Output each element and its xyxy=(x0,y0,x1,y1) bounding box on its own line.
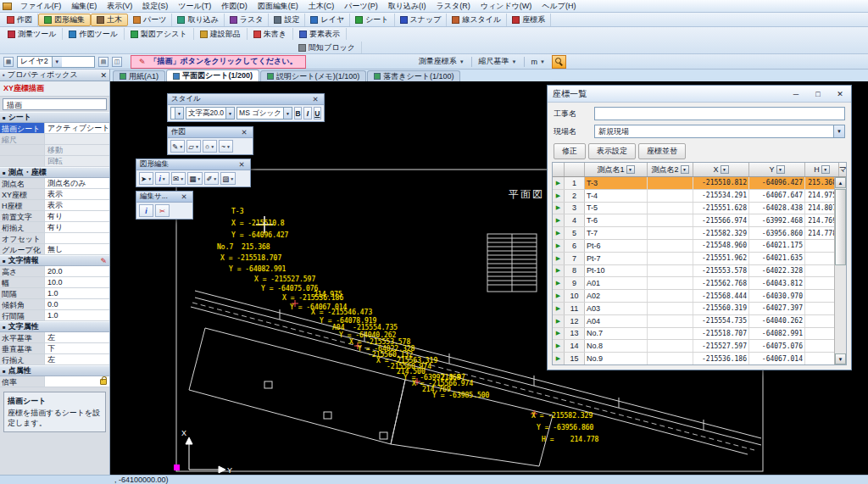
property-value[interactable]: 無し xyxy=(44,244,109,254)
property-value[interactable]: 有り xyxy=(44,222,109,232)
layer-list-icon[interactable]: ▤ xyxy=(98,57,108,67)
sheet-tab-0[interactable]: 用紙(A1) xyxy=(113,70,165,81)
menu-item-11[interactable]: ウィンドウ(W) xyxy=(476,1,537,11)
property-value[interactable]: 下 xyxy=(44,343,109,353)
project-name-input[interactable] xyxy=(594,107,845,120)
coord-row-T-6[interactable]: ▶4T-6-215566.974-63992.468214.769 xyxy=(553,214,846,227)
coord-row-T-4[interactable]: ▶2T-4-215534.291-64067.647214.975 xyxy=(553,190,846,203)
sheet-tab-1[interactable]: 平面図シート(1/200) xyxy=(166,70,259,81)
close-icon[interactable]: ✕ xyxy=(236,160,247,169)
shape-edit-toolbar-titlebar[interactable]: 図形編集 ✕ xyxy=(136,159,250,170)
property-value[interactable]: 1.0 xyxy=(44,288,109,298)
property-value[interactable]: 測点名のみ xyxy=(44,178,109,188)
property-value[interactable]: 10.0 xyxy=(44,277,109,287)
ribbon-tab-5[interactable]: ラスタ xyxy=(225,14,270,26)
section-header-2[interactable]: ■文字情報✎ xyxy=(0,255,109,266)
spline-icon[interactable]: ~▼ xyxy=(219,140,233,153)
section-header-0[interactable]: ■シート xyxy=(0,112,109,123)
vertical-scrollbar[interactable]: ▲ ▼ xyxy=(834,177,846,364)
pencil-icon[interactable]: ✎ xyxy=(100,257,107,265)
coord-toolbar-button-1[interactable]: 表示設定 xyxy=(588,143,636,159)
text-height-combo[interactable]: 文字高20.0 ▼ xyxy=(186,107,235,120)
coord-row-A01[interactable]: ▶9A01-215562.768-64043.812 xyxy=(553,277,846,290)
draw-toolbar-titlebar[interactable]: 作図 ✕ xyxy=(168,127,253,138)
property-value[interactable]: アクティブシート xyxy=(44,123,109,133)
ribbon-tab-10[interactable]: 線スタイル xyxy=(447,14,507,26)
italic-button[interactable]: I xyxy=(303,107,311,120)
ribbon-tab-9[interactable]: スナップ xyxy=(395,14,448,26)
property-value[interactable]: 表示 xyxy=(44,189,109,199)
menu-item-5[interactable]: 作図(D) xyxy=(216,1,253,11)
tool-button-line1-5[interactable]: 要素表示 xyxy=(293,28,347,40)
section-header-3[interactable]: ■文字属性 xyxy=(0,321,109,332)
layers-icon[interactable]: ▦ xyxy=(3,57,14,67)
property-value[interactable] xyxy=(44,233,109,243)
sheet-tab-3[interactable]: 落書きシート(1/100) xyxy=(367,70,460,81)
scale-ref-combo[interactable]: 縮尺基準 ▼ xyxy=(474,56,522,68)
tool-button-line1-3[interactable]: 建設部品 xyxy=(194,28,248,40)
ribbon-tab-6[interactable]: 設定 xyxy=(269,14,305,26)
menu-item-6[interactable]: 図面編集(E) xyxy=(253,1,303,11)
close-icon[interactable]: ✕ xyxy=(179,192,189,201)
column-header-0[interactable]: 測点名1▼ xyxy=(585,163,648,176)
minimize-button[interactable]: ─ xyxy=(785,86,807,102)
command-mode-field[interactable]: 描画 xyxy=(3,98,107,110)
filter-dropdown-icon[interactable]: ▼ xyxy=(681,165,689,174)
close-icon[interactable]: ✕ xyxy=(239,128,249,136)
property-value[interactable]: 移動 xyxy=(44,145,109,155)
filter-dropdown-icon[interactable]: ▼ xyxy=(821,165,830,174)
coord-row-T-3[interactable]: ▶1T-3-215510.812-64096.427215.368 xyxy=(553,177,846,190)
menu-item-12[interactable]: ヘルプ(H) xyxy=(537,1,581,11)
property-value[interactable]: 0.0 xyxy=(44,299,109,309)
menu-item-7[interactable]: 土木(C) xyxy=(303,1,340,11)
tool-button-line1-1[interactable]: 作図ツール xyxy=(63,28,124,40)
pliers-icon[interactable]: ✂ xyxy=(155,204,170,217)
close-button[interactable]: ✕ xyxy=(829,86,851,102)
column-header-2[interactable]: X▼ xyxy=(693,163,749,176)
column-header-4[interactable]: H▼ xyxy=(805,163,839,176)
unit-combo[interactable]: m ▼ xyxy=(526,56,550,68)
ribbon-tab-11[interactable]: 座標系 xyxy=(507,14,551,26)
layer-settings-icon[interactable]: ◫ xyxy=(112,57,122,67)
menu-item-9[interactable]: 取り込み(I) xyxy=(383,1,431,11)
coord-system-combo[interactable]: 測量座標系 ▼ xyxy=(414,56,470,68)
property-value[interactable]: 左 xyxy=(44,354,109,364)
column-header-5[interactable]: マ▼ xyxy=(839,163,847,176)
edit-sub-toolbar-titlebar[interactable]: 編集サ... ✕ xyxy=(136,192,192,203)
coord-row-A04[interactable]: ▶12A04-215554.735-64040.262 xyxy=(553,315,846,328)
site-name-select[interactable]: 新規現場 ▼ xyxy=(594,125,845,138)
close-icon[interactable]: ✕ xyxy=(100,71,107,80)
coord-row-T-7[interactable]: ▶5T-7-215582.329-63956.860214.778 xyxy=(553,227,846,240)
ribbon-tab-2[interactable]: 土木 xyxy=(91,14,128,26)
scrollbar-thumb[interactable] xyxy=(835,189,846,265)
menu-item-2[interactable]: 表示(V) xyxy=(102,1,137,11)
coord-row-A03[interactable]: ▶11A03-215560.319-64027.397 xyxy=(553,303,846,315)
property-value[interactable]: 回転 xyxy=(44,156,109,166)
edit-icon[interactable]: ✐▼ xyxy=(204,172,219,185)
coord-toolbar-button-0[interactable]: 修正 xyxy=(554,143,586,159)
array-icon[interactable]: ▦▼ xyxy=(187,172,203,185)
coord-toolbar-button-2[interactable]: 座標並替 xyxy=(638,143,686,159)
close-icon[interactable]: ✕ xyxy=(310,95,320,103)
underline-button[interactable]: U xyxy=(314,107,321,120)
coord-row-Pt-7[interactable]: ▶7Pt-7-215551.962-64021.635 xyxy=(553,253,846,265)
menu-item-0[interactable]: ファイル(F) xyxy=(15,1,66,11)
ribbon-tab-8[interactable]: シート xyxy=(350,14,394,26)
filter-dropdown-icon[interactable]: ▼ xyxy=(776,165,785,174)
scroll-up-icon[interactable]: ▲ xyxy=(835,177,846,188)
filter-dropdown-icon[interactable]: ▼ xyxy=(626,165,635,174)
section-header-4[interactable]: ■点属性 xyxy=(0,365,109,376)
menu-item-10[interactable]: ラスタ(R) xyxy=(431,1,476,11)
bold-button[interactable]: B xyxy=(294,107,302,120)
column-header-3[interactable]: Y▼ xyxy=(749,163,805,176)
ribbon-tab-0[interactable]: 作図 xyxy=(2,14,38,26)
info-icon[interactable]: i▼ xyxy=(155,172,170,185)
column-header-1[interactable]: 測点名2▼ xyxy=(648,163,693,176)
tool-button-line1-2[interactable]: 製図アシスト xyxy=(125,28,194,40)
property-value[interactable] xyxy=(44,376,109,387)
ribbon-tab-4[interactable]: 取り込み xyxy=(172,14,224,26)
property-value[interactable]: 表示 xyxy=(44,200,109,210)
circle-icon[interactable]: ○▼ xyxy=(203,140,217,153)
ribbon-tab-7[interactable]: レイヤ xyxy=(305,14,350,26)
filter-dropdown-icon[interactable]: ▼ xyxy=(721,165,729,174)
